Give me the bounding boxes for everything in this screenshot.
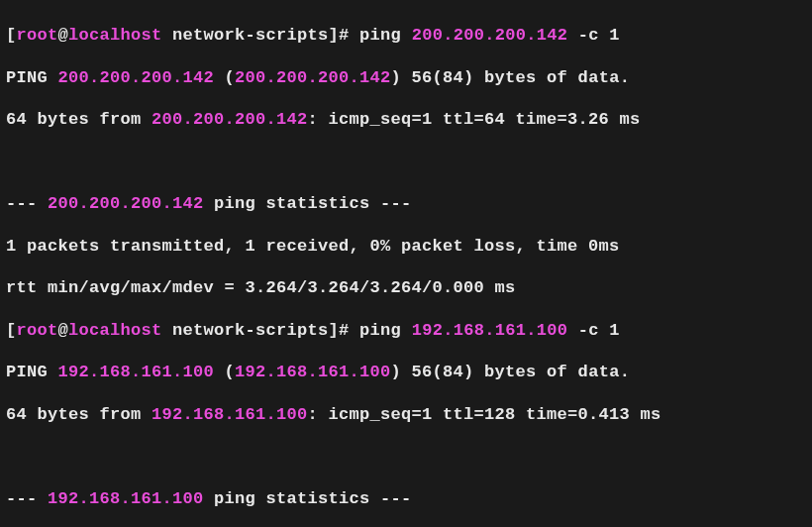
cmd-text: ping [359, 26, 412, 45]
ping-ip: 192.168.161.100 [58, 363, 215, 381]
cmd-opts: -c 1 [567, 321, 620, 340]
ping-mid1: ( [214, 363, 235, 381]
ping-reply: 64 bytes from 200.200.200.142: icmp_seq=… [6, 109, 806, 130]
prompt-line: [root@localhost network-scripts]# ping 1… [6, 320, 806, 341]
stats-header: --- 200.200.200.142 ping statistics --- [6, 193, 806, 214]
stats-suf: ping statistics --- [204, 194, 412, 213]
ping-header: PING 200.200.200.142 (200.200.200.142) 5… [6, 67, 806, 88]
ping-reply: 64 bytes from 192.168.161.100: icmp_seq=… [6, 404, 806, 425]
rtt-line: rtt min/avg/max/mdev = 3.264/3.264/3.264… [6, 277, 806, 298]
reply-ip: 200.200.200.142 [152, 110, 308, 129]
reply-suf: : icmp_seq=1 ttl=128 time=0.413 ms [308, 405, 661, 424]
ping-pre: PING [6, 68, 58, 87]
ping-ip-paren: 200.200.200.142 [235, 68, 391, 87]
reply-suf: : icmp_seq=1 ttl=64 time=3.26 ms [308, 110, 641, 129]
prompt-line: [root@localhost network-scripts]# ping 2… [6, 25, 806, 46]
bracket-close: ]# [329, 26, 360, 45]
prompt-dir: network-scripts [162, 26, 329, 45]
stats-ip: 200.200.200.142 [48, 194, 204, 213]
prompt-user: root [17, 321, 58, 340]
prompt-host: localhost [68, 26, 162, 45]
stats-ip: 192.168.161.100 [48, 489, 204, 508]
stats-header: --- 192.168.161.100 ping statistics --- [6, 488, 806, 509]
ping-ip-paren: 192.168.161.100 [235, 363, 391, 381]
blank-line [6, 152, 806, 172]
cmd-opts: -c 1 [567, 26, 620, 45]
stats-pre: --- [6, 194, 48, 213]
bracket-open: [ [6, 321, 17, 340]
reply-pre: 64 bytes from [6, 110, 152, 129]
ping-header: PING 192.168.161.100 (192.168.161.100) 5… [6, 362, 806, 382]
prompt-at: @ [58, 321, 69, 340]
terminal-output[interactable]: [root@localhost network-scripts]# ping 2… [0, 0, 812, 527]
ping-mid2: ) 56(84) bytes of data. [391, 68, 631, 87]
cmd-ip: 200.200.200.142 [412, 26, 568, 45]
stats-pre: --- [6, 489, 48, 508]
blank-line [6, 446, 806, 467]
reply-ip: 192.168.161.100 [152, 405, 308, 424]
prompt-dir: network-scripts [162, 321, 329, 340]
prompt-user: root [17, 26, 58, 45]
prompt-host: localhost [68, 321, 162, 340]
ping-ip: 200.200.200.142 [58, 68, 215, 87]
cmd-text: ping [359, 321, 412, 340]
cmd-ip: 192.168.161.100 [412, 321, 568, 340]
ping-pre: PING [6, 363, 58, 381]
ping-mid2: ) 56(84) bytes of data. [391, 363, 631, 381]
bracket-close: ]# [329, 321, 360, 340]
bracket-open: [ [6, 26, 17, 45]
ping-mid1: ( [214, 68, 235, 87]
prompt-at: @ [58, 26, 69, 45]
reply-pre: 64 bytes from [6, 405, 152, 424]
pkt-line: 1 packets transmitted, 1 received, 0% pa… [6, 236, 806, 257]
stats-suf: ping statistics --- [204, 489, 412, 508]
